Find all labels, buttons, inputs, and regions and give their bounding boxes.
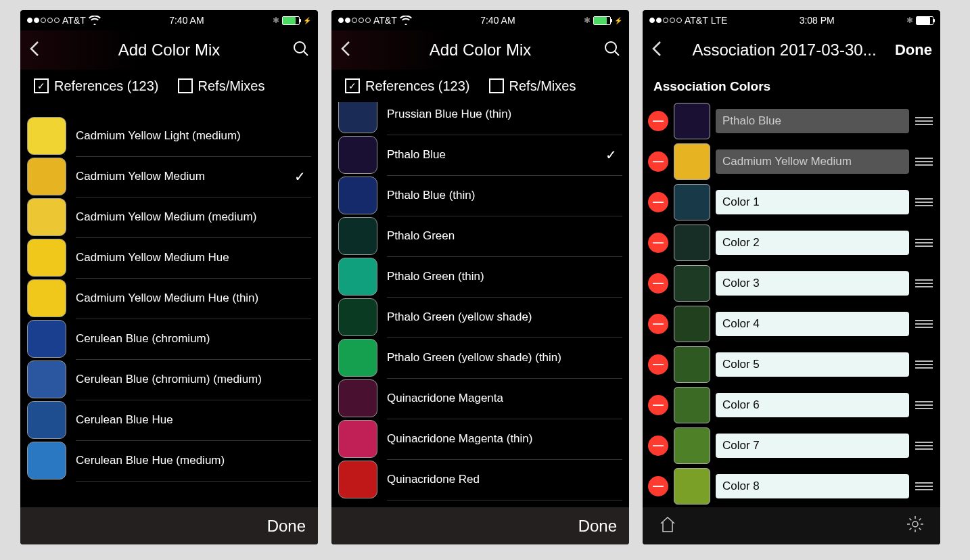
checkmark-icon: ✓ [294, 168, 311, 185]
settings-icon[interactable] [905, 514, 925, 538]
color-name: Cadmium Yellow Medium Hue [76, 237, 311, 279]
list-area[interactable]: Cadmium Yellow Light (medium)Cadmium Yel… [20, 102, 318, 507]
references-checkbox[interactable]: ✓ [34, 78, 49, 93]
list-item[interactable]: Cadmium Yellow Medium Hue (thin) [20, 278, 318, 319]
list-item[interactable]: Pthalo Green (yellow shade) (thin) [331, 337, 629, 378]
back-button[interactable] [340, 39, 363, 61]
color-swatch [338, 298, 377, 336]
reorder-handle[interactable] [915, 401, 933, 409]
reorder-handle[interactable] [915, 158, 933, 166]
color-name-input[interactable]: Color 4 [716, 312, 909, 336]
list-item[interactable]: Quinacridone Magenta (thin) [331, 419, 629, 459]
reorder-handle[interactable] [915, 320, 933, 328]
color-name-input[interactable]: Color 5 [716, 352, 909, 377]
delete-button[interactable]: — [648, 273, 668, 294]
svg-point-4 [913, 521, 918, 527]
color-name-input[interactable]: Color 8 [716, 474, 909, 498]
color-name-input[interactable]: Color 1 [716, 190, 909, 214]
bluetooth-icon: ✱ [273, 16, 279, 25]
color-name-input[interactable]: Color 6 [716, 393, 909, 417]
list-item[interactable]: Quinacridone Magenta [331, 378, 629, 419]
association-row: —Color 6 [643, 385, 940, 425]
reorder-handle[interactable] [915, 279, 933, 287]
color-name-input: Pthalo Blue [716, 109, 909, 133]
list-item[interactable]: Prussian Blue Hue (thin) [331, 102, 629, 135]
color-name-input[interactable]: Color 3 [716, 271, 909, 296]
color-swatch [674, 143, 710, 180]
color-swatch [27, 239, 66, 277]
bluetooth-icon: ✱ [584, 16, 591, 25]
list-area[interactable]: Association Colors—Pthalo Blue—Cadmium Y… [643, 70, 940, 507]
list-item[interactable]: Cerulean Blue Hue (medium) [20, 440, 318, 481]
color-name-input[interactable]: Color 2 [716, 231, 909, 255]
association-row: —Color 1 [643, 182, 940, 223]
done-button[interactable]: Done [267, 517, 306, 536]
color-name: Cerulean Blue (chromium) (medium) [76, 359, 311, 400]
status-bar: AT&T7:40 AM✱⚡ [20, 10, 318, 30]
search-icon[interactable] [287, 40, 310, 60]
delete-button[interactable]: — [648, 436, 668, 456]
phone-screen-0: AT&T7:40 AM✱⚡Add Color Mix✓References (1… [20, 10, 318, 544]
color-name: Quinacridone Magenta (thin) [387, 419, 622, 460]
delete-button[interactable]: — [648, 314, 668, 334]
color-swatch [674, 184, 710, 220]
color-name: Pthalo Green (thin) [387, 256, 622, 298]
delete-button[interactable]: — [648, 111, 668, 131]
color-swatch [338, 177, 377, 214]
filter-row: ✓References (123)Refs/Mixes [331, 70, 629, 102]
association-row: —Color 3 [643, 263, 940, 304]
color-swatch [338, 258, 377, 296]
battery-icon [593, 16, 611, 25]
color-swatch [338, 339, 377, 377]
done-button[interactable]: Done [895, 41, 932, 59]
list-item[interactable]: Cadmium Yellow Medium Hue [20, 237, 318, 278]
delete-button[interactable]: — [648, 192, 668, 212]
page-title: Add Color Mix [430, 41, 532, 60]
battery-icon [282, 16, 300, 25]
reorder-handle[interactable] [915, 239, 933, 247]
list-item[interactable]: Pthalo Blue (thin) [331, 175, 629, 216]
back-button[interactable] [28, 39, 51, 61]
list-item[interactable]: Cerulean Blue (chromium) (medium) [20, 359, 318, 400]
reorder-handle[interactable] [915, 360, 933, 369]
list-item[interactable]: Cadmium Yellow Medium✓ [20, 156, 318, 197]
reorder-handle[interactable] [915, 482, 933, 490]
color-swatch [27, 117, 66, 155]
delete-button[interactable]: — [648, 395, 668, 415]
refsmixes-checkbox[interactable] [489, 78, 504, 93]
color-name: Quinacridone Red [387, 459, 622, 500]
list-item[interactable]: Quinacridone Red [331, 459, 629, 500]
delete-button[interactable]: — [648, 476, 668, 496]
references-checkbox[interactable]: ✓ [345, 78, 360, 93]
color-swatch [338, 102, 377, 133]
delete-button[interactable]: — [648, 233, 668, 253]
done-button[interactable]: Done [578, 517, 617, 536]
search-icon[interactable] [598, 40, 621, 60]
association-row: —Color 4 [643, 304, 940, 344]
list-item[interactable]: Pthalo Green [331, 216, 629, 256]
status-bar: AT&TLTE3:08 PM✱ [643, 10, 940, 30]
list-item[interactable]: Cadmium Yellow Medium (medium) [20, 197, 318, 237]
home-icon[interactable] [657, 514, 678, 538]
footer: Done [331, 507, 629, 544]
list-item[interactable]: Cadmium Yellow Light (medium) [20, 116, 318, 156]
color-list: Cadmium Yellow Light (medium)Cadmium Yel… [20, 102, 318, 481]
list-item[interactable]: Pthalo Green (thin) [331, 256, 629, 297]
back-button[interactable] [651, 39, 674, 61]
reorder-handle[interactable] [915, 117, 933, 125]
color-name: Pthalo Green [387, 216, 622, 257]
color-swatch [27, 442, 66, 480]
list-item[interactable]: Cerulean Blue (chromium) [20, 319, 318, 359]
reorder-handle[interactable] [915, 198, 933, 206]
color-name-input[interactable]: Color 7 [716, 434, 909, 458]
color-swatch [27, 279, 66, 317]
list-item[interactable]: Pthalo Blue✓ [331, 135, 629, 175]
refsmixes-checkbox[interactable] [178, 78, 193, 93]
list-item[interactable]: Pthalo Green (yellow shade) [331, 297, 629, 337]
list-area[interactable]: Prussian Blue Hue (thin)Pthalo Blue✓Ptha… [331, 102, 629, 507]
list-item[interactable]: Cerulean Blue Hue [20, 400, 318, 440]
delete-button[interactable]: — [648, 354, 668, 375]
delete-button[interactable]: — [648, 151, 668, 172]
reorder-handle[interactable] [915, 442, 933, 450]
color-swatch [338, 136, 377, 174]
